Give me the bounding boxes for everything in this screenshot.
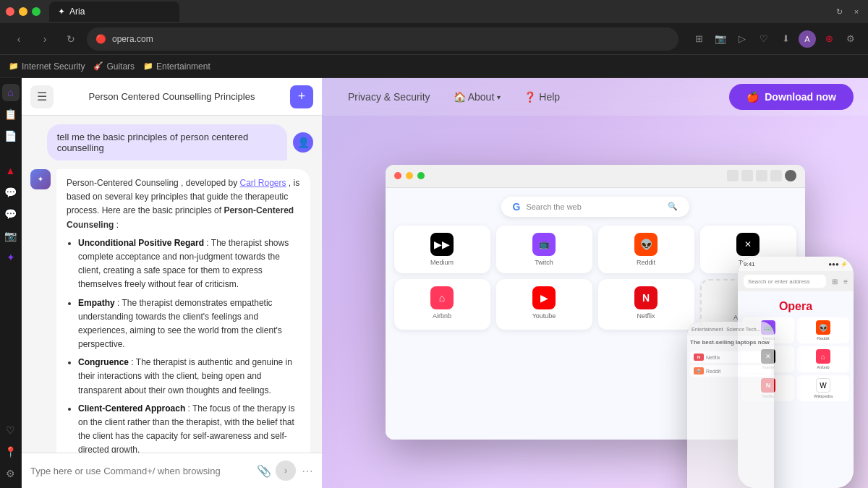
attach-button[interactable]: 📎 <box>257 464 271 478</box>
medium-label: Medium <box>430 259 454 266</box>
bookmark-label: Internet Security <box>22 61 85 72</box>
reddit-mini-icon: 👽 <box>694 367 704 374</box>
speed-dial-youtube[interactable]: ▶ Youtube <box>496 279 592 330</box>
tab-reload-icon[interactable]: ↻ <box>833 6 845 17</box>
profile-icon[interactable]: A <box>799 30 816 48</box>
opera-navbar: Privacy & Security 🏠 About ▾ ❓ Help 🍎 Do… <box>322 78 868 116</box>
sidebar-item-notes[interactable]: 📄 <box>2 127 20 145</box>
address-bar[interactable]: 🔴 opera.com <box>87 27 678 51</box>
second-phone-title: Entertainment <box>692 327 723 332</box>
bookmarks-bar: 📁 Internet Security 🎸 Guitars 📁 Entertai… <box>0 55 868 78</box>
netflix-mini-icon: N <box>694 354 704 361</box>
phone-address-text: Search or enter address <box>748 278 810 285</box>
mockup-search-container: G Search the web 🔍 <box>394 197 796 217</box>
assistant-avatar-text: ✦ <box>38 176 43 183</box>
help-label: Help <box>539 91 560 103</box>
opera-nav-about[interactable]: 🏠 About ▾ <box>442 78 513 116</box>
airbnb-icon: ⌂ <box>430 286 454 309</box>
sidebar-item-bookmarks[interactable]: 📋 <box>2 106 20 123</box>
more-options-button[interactable]: ⋯ <box>302 464 313 478</box>
sidebar-item-settings[interactable]: ⚙ <box>2 465 20 482</box>
address-favicon: 🔴 <box>95 34 106 44</box>
vpn-icon[interactable]: ⊛ <box>820 30 838 48</box>
heart-icon[interactable]: ♡ <box>755 30 773 48</box>
minimize-traffic-light[interactable] <box>19 7 27 16</box>
sidebar-item-instagram[interactable]: 📷 <box>2 227 20 244</box>
bookmark-guitars[interactable]: 🎸 Guitars <box>93 61 135 72</box>
speed-dial-netflix[interactable]: N Netflix <box>598 279 694 330</box>
sidebar-item-favorites[interactable]: ♡ <box>2 421 20 439</box>
forward-button[interactable]: › <box>35 29 55 49</box>
phone-item-wiki[interactable]: W Wikipedia <box>797 375 849 401</box>
phone-wiki-label: Wikipedia <box>814 394 833 398</box>
assistant-bubble: Person-Centered Counseling , developed b… <box>56 169 310 453</box>
assistant-message-container: ✦ Person-Centered Counseling , developed… <box>30 169 313 453</box>
sidebar-item-messenger[interactable]: 💬 <box>2 184 20 201</box>
opera-nav-privacy[interactable]: Privacy & Security <box>336 78 442 116</box>
browser-chrome: ✦ Aria ↻ × ‹ › ↻ 🔴 opera.com ⊞ 📷 ▷ ♡ ⬇ A… <box>0 0 868 78</box>
chat-messages: tell me the basic principles of person c… <box>22 116 322 453</box>
traffic-lights <box>6 7 41 16</box>
bookmark-internet-security[interactable]: 📁 Internet Security <box>9 61 85 72</box>
user-avatar: 👤 <box>293 132 313 153</box>
send-button[interactable]: › <box>276 461 296 481</box>
bookmark-entertainment[interactable]: 📁 Entertainment <box>143 61 210 72</box>
second-phone-screen: Entertainment Science Tech... ⋯ The best… <box>687 322 774 488</box>
tab-close-icon[interactable]: × <box>851 6 862 17</box>
medium-icon: ▶▶ <box>430 233 454 256</box>
chat-menu-button[interactable]: ☰ <box>30 85 54 108</box>
speed-dial-reddit[interactable]: 👽 Reddit <box>598 226 694 273</box>
phone-item-airbnb[interactable]: ⌂ Airbnb <box>797 346 849 372</box>
second-item-label-2: Reddit <box>706 369 720 374</box>
mockup-close <box>394 172 401 179</box>
carl-rogers-link[interactable]: Carl Rogers <box>239 178 286 188</box>
speed-dial-medium[interactable]: ▶▶ Medium <box>394 226 490 273</box>
capture-icon[interactable]: ⊞ <box>690 30 707 48</box>
twitch-icon: 📺 <box>532 233 556 256</box>
user-message-text: tell me the basic principles of person c… <box>57 132 277 153</box>
chat-input[interactable] <box>30 466 251 476</box>
sidebar-item-opera[interactable]: ▲ <box>2 162 20 179</box>
phone-opera-logo: Opera <box>742 300 849 313</box>
play-icon[interactable]: ▷ <box>733 30 751 48</box>
active-tab[interactable]: ✦ Aria <box>49 1 179 22</box>
sidebar-item-whatsapp[interactable]: 💬 <box>2 205 20 223</box>
back-button[interactable]: ‹ <box>9 29 29 49</box>
second-phone-item-2: 👽 Reddit <box>690 365 771 377</box>
mockup-minimize <box>406 172 413 179</box>
plus-icon: + <box>298 89 306 104</box>
user-message: tell me the basic principles of person c… <box>47 124 287 160</box>
sidebar-item-home[interactable]: ⌂ <box>2 84 20 101</box>
camera-icon[interactable]: 📷 <box>712 30 729 48</box>
download-icon[interactable]: ⬇ <box>777 30 794 48</box>
phone-url-bar[interactable]: Search or enter address <box>744 275 826 288</box>
mockup-search-bar: G Search the web 🔍 <box>501 197 689 217</box>
second-phone-mockup: Entertainment Science Tech... ⋯ The best… <box>687 322 774 488</box>
phone-time: 9:41 <box>744 261 755 267</box>
sidebar-item-aria[interactable]: ✦ <box>2 249 20 266</box>
phone-tabs-icon: ⊞ <box>832 278 838 286</box>
speed-dial-airbnb[interactable]: ⌂ Airbnb <box>394 279 490 330</box>
sidebar-item-location[interactable]: 📍 <box>2 443 20 461</box>
reddit-icon: 👽 <box>634 233 658 256</box>
user-message-container: tell me the basic principles of person c… <box>30 124 313 160</box>
airbnb-label: Airbnb <box>433 312 451 320</box>
speed-dial-twitch[interactable]: 📺 Twitch <box>496 226 592 273</box>
close-traffic-light[interactable] <box>6 7 14 16</box>
phone-item-reddit[interactable]: 👽 Reddit <box>797 317 849 343</box>
maximize-traffic-light[interactable] <box>32 7 41 16</box>
second-phone-item-1: N Netflix <box>690 351 771 363</box>
opera-nav-help[interactable]: ❓ Help <box>512 78 571 116</box>
address-text: opera.com <box>112 34 153 44</box>
bookmark-folder2-icon: 📁 <box>143 61 153 71</box>
new-chat-button[interactable]: + <box>290 85 313 108</box>
principle-2: Empathy : The therapist demonstrates emp… <box>78 296 300 352</box>
extensions-icon[interactable]: ⚙ <box>842 30 859 48</box>
tab-actions: ↻ × <box>833 6 862 17</box>
reload-button[interactable]: ↻ <box>61 29 81 49</box>
hamburger-icon: ☰ <box>37 90 47 103</box>
send-icon: › <box>284 466 287 476</box>
download-now-button[interactable]: 🍎 Download now <box>729 84 854 110</box>
principle-1: Unconditional Positive Regard : The ther… <box>78 236 300 292</box>
chat-input-area: 📎 › ⋯ <box>22 453 322 488</box>
